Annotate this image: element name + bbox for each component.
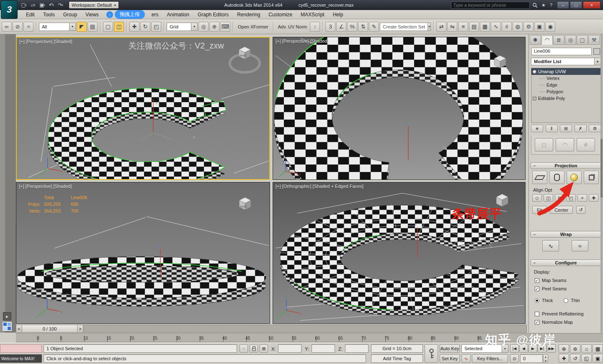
zoom-extents-all-icon[interactable]: ▦ <box>593 344 603 353</box>
stack-sub-item[interactable]: Vertex <box>531 75 600 82</box>
open-file-icon[interactable]: ▱▾ <box>29 1 37 9</box>
select-by-name-icon[interactable]: ▤ <box>88 22 98 32</box>
set-key-button[interactable]: Set Key <box>440 354 460 363</box>
radio-row[interactable]: Thick <box>535 298 553 303</box>
rollout-projection-header[interactable]: Projection <box>531 162 601 169</box>
rollout-wrap-header[interactable]: Wrap <box>531 231 601 238</box>
checkbox-row[interactable]: Normalize Map <box>535 320 602 325</box>
key-filters-curve-icon[interactable]: ∿ <box>461 354 471 363</box>
radio-row[interactable]: Thin <box>564 298 580 303</box>
menu-item[interactable]: Rendering <box>233 10 264 19</box>
auto-key-button[interactable]: Auto Key <box>440 344 460 353</box>
snaps-toggle-icon[interactable]: 3 <box>325 22 335 32</box>
spline-wrap-icon[interactable]: ∿ <box>542 240 559 251</box>
tab-create-icon[interactable]: ✱ <box>530 35 541 45</box>
align-z-button[interactable]: ⊞ <box>555 194 564 202</box>
maxscript-mini-listener-output[interactable]: Welcome to MAX! <box>0 354 42 363</box>
center-button[interactable]: Center <box>550 206 573 214</box>
viewport-top-left[interactable]: Y x z x y FRONT 关注微信公众号：V2_zxw [+] [Pers… <box>16 37 270 180</box>
tab-motion-icon[interactable]: ◎ <box>565 35 576 45</box>
spherical-mapping-button[interactable] <box>567 171 582 184</box>
pin-stack-icon[interactable]: ∗ <box>531 125 543 132</box>
panel-scrollbar[interactable] <box>600 34 603 333</box>
help-icon[interactable]: ? <box>547 1 555 9</box>
open-xformer-button[interactable]: Open XFormer <box>236 24 271 29</box>
reference-coordinate-dropdown[interactable]: Grid <box>167 23 198 31</box>
pan-icon[interactable]: ✚ <box>559 354 569 363</box>
time-slider-next-button[interactable]: > <box>77 325 83 332</box>
percent-snap-icon[interactable]: % <box>347 22 357 32</box>
unlink-selection-icon[interactable]: ⊘ <box>13 22 23 32</box>
menu-item[interactable]: Group <box>59 10 81 19</box>
orbit-icon[interactable]: ↺ <box>570 354 580 363</box>
align-x-button[interactable]: ◇ <box>532 194 542 202</box>
application-menu-button[interactable]: 3 <box>1 0 18 19</box>
curve-editor-icon[interactable]: ∿ <box>491 22 501 32</box>
isolate-selection-icon[interactable]: ⇄ <box>436 22 446 32</box>
checkbox-row[interactable]: Prevent Reflattening <box>535 311 602 316</box>
select-object-icon[interactable]: ◤ <box>77 22 87 32</box>
key-mode-toggle-icon[interactable]: ⊙ <box>510 354 519 363</box>
viewport-top-right[interactable]: z x z x y [+] [Perspective] [Shaded] <box>273 37 526 180</box>
select-and-rotate-icon[interactable]: ↻ <box>140 22 150 32</box>
menu-item[interactable]: Tools <box>39 10 59 19</box>
menu-item[interactable]: Animation <box>163 10 193 19</box>
material-editor-icon[interactable]: ◍ <box>513 22 523 32</box>
uv-edit-tool-icon[interactable]: # <box>577 138 595 151</box>
selection-lock-icon[interactable] <box>250 344 258 353</box>
make-unique-icon[interactable]: ⊞ <box>560 125 572 132</box>
remove-modifier-icon[interactable]: ✗ <box>575 125 587 132</box>
tab-hierarchy-icon[interactable]: ≣ <box>553 35 564 45</box>
object-name-field[interactable]: Line006 <box>531 48 592 55</box>
key-filters-button[interactable]: Key Filters... <box>472 354 508 363</box>
bind-to-space-warp-icon[interactable]: ≈ <box>23 22 34 32</box>
select-and-move-icon[interactable]: ✚ <box>129 22 139 32</box>
zoom-icon[interactable]: ⊕ <box>559 344 569 353</box>
menu-item[interactable]: Graph Editors <box>193 10 233 19</box>
show-end-result-icon[interactable]: ‖ <box>546 125 558 132</box>
select-and-manipulate-icon[interactable]: ⊕ <box>209 22 219 32</box>
schematic-view-icon[interactable]: # <box>502 22 512 32</box>
align-icon[interactable]: ≡ <box>458 22 468 32</box>
reset-projection-icon[interactable]: ↺ <box>576 206 585 214</box>
absolute-mode-icon[interactable]: ⊞ <box>260 344 268 353</box>
checkbox-row[interactable]: Peel Seams <box>535 286 602 291</box>
uv-edit-tool-icon[interactable]: ◻ <box>535 138 553 151</box>
mini-toolbar-grid-icon[interactable] <box>2 321 12 331</box>
rollout-configure-header[interactable]: Configure <box>531 259 601 266</box>
menu-item[interactable]: Customize <box>264 10 296 19</box>
modifier-list-dropdown[interactable]: Modifier List <box>531 58 601 65</box>
select-and-link-icon[interactable]: ∞ <box>2 22 12 32</box>
best-align-button[interactable]: ◰ <box>566 194 576 202</box>
isolate-toggle-icon[interactable]: ◦ <box>240 344 248 353</box>
close-button[interactable]: × <box>583 1 600 9</box>
search-icon[interactable] <box>531 1 539 9</box>
box-mapping-button[interactable] <box>584 171 599 184</box>
search-input[interactable] <box>451 2 530 9</box>
tab-utilities-icon[interactable]: ⚒ <box>588 35 600 45</box>
expand-panel-arrow-icon[interactable]: ▸ <box>3 312 11 320</box>
viewport-label[interactable]: [+] [Perspective] [Shaded] <box>19 184 72 189</box>
modifier-visibility-bulb-icon[interactable] <box>533 70 536 74</box>
frame-spinner[interactable]: ▲▼ <box>543 354 548 363</box>
checkbox-row[interactable]: Map Seams <box>535 278 602 283</box>
add-time-tag-field[interactable]: Add Time Tag <box>371 354 423 363</box>
workspace-dropdown[interactable]: Workspace: Default▾ <box>69 1 119 9</box>
menu-item[interactable]: Views <box>81 10 103 19</box>
favorites-star-icon[interactable]: ★ <box>540 1 547 9</box>
window-crossing-icon[interactable]: ◫ <box>114 22 124 32</box>
y-coordinate-field[interactable] <box>312 344 335 353</box>
menu-item[interactable]: ers <box>147 10 163 19</box>
maximize-viewport-toggle-icon[interactable]: ▣ <box>593 354 603 363</box>
surface-wrap-icon[interactable]: ≈ <box>572 240 588 251</box>
time-slider-prev-button[interactable]: < <box>16 325 22 332</box>
stack-sub-item[interactable]: Polygon <box>531 88 600 95</box>
selection-filter-dropdown[interactable]: All <box>39 23 76 31</box>
layer-manager-icon[interactable]: ▤ <box>469 22 479 32</box>
stack-item-editable-poly[interactable]: Editable Poly <box>531 95 600 102</box>
set-keys-key-icon[interactable] <box>425 344 438 363</box>
cylindrical-mapping-button[interactable] <box>549 171 564 184</box>
save-file-icon[interactable]: ▣▾ <box>38 1 46 9</box>
x-coordinate-field[interactable] <box>278 344 302 353</box>
tab-modify-icon[interactable]: ◠ <box>541 35 553 45</box>
